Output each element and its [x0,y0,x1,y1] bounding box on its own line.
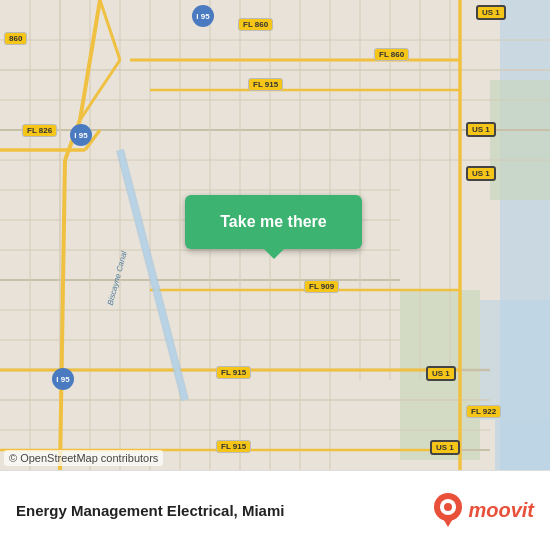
road-badge-fl915-bot2: FL 915 [216,440,251,453]
road-badge-fl922: FL 922 [466,405,501,418]
svg-point-54 [444,503,452,511]
road-badge-fl826: FL 826 [22,124,57,137]
moovit-brand-text: moovit [468,499,534,522]
road-badge-us1-bot: US 1 [426,366,456,381]
road-badge-fl915-bot: FL 915 [216,366,251,379]
location-info: Energy Management Electrical, Miami [16,502,432,520]
info-bar: Energy Management Electrical, Miami moov… [0,470,550,550]
road-badge-us1-mid: US 1 [466,122,496,137]
road-badge-i95-bot: I 95 [52,368,74,390]
svg-rect-2 [490,80,550,200]
svg-rect-4 [495,420,550,470]
road-badge-fl915-top: FL 915 [248,78,283,91]
moovit-pin-icon [432,493,464,529]
road-badge-us1-mid2: US 1 [466,166,496,181]
map-attribution: © OpenStreetMap contributors [4,450,163,466]
road-badge-fl860-top: FL 860 [238,18,273,31]
road-badge-fl909: FL 909 [304,280,339,293]
map-container: Biscayne Canal Take me there I 95 FL 860… [0,0,550,470]
take-me-there-button[interactable]: Take me there [185,195,362,249]
road-badge-fl860-right: FL 860 [374,48,409,61]
svg-marker-55 [442,517,454,527]
button-label: Take me there [220,213,326,231]
road-badge-i95-mid: I 95 [70,124,92,146]
location-title: Energy Management Electrical, Miami [16,502,284,519]
moovit-logo[interactable]: moovit [432,493,534,529]
road-badge-us1-top: US 1 [476,5,506,20]
svg-rect-3 [480,300,550,420]
road-badge-i95-top: I 95 [192,5,214,27]
road-badge-us1-bot2: US 1 [430,440,460,455]
road-badge-860-left: 860 [4,32,27,45]
